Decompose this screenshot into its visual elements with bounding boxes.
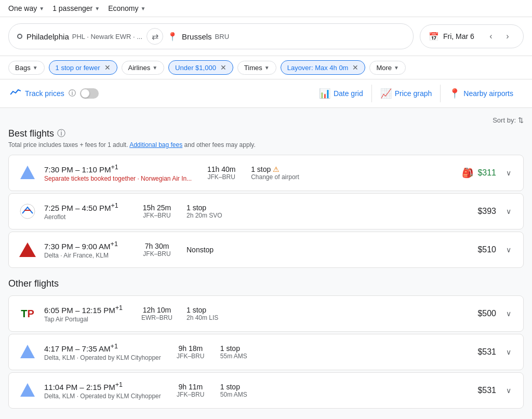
duration-route-5: JFK–BRU (167, 353, 214, 360)
layover-clear-button[interactable]: ✕ (352, 63, 358, 72)
track-prices-section: Track prices ⓘ (10, 88, 99, 99)
best-flights-title: Best flights ⓘ (8, 128, 524, 139)
expand-button-5[interactable]: ∨ (502, 346, 515, 358)
svg-marker-4 (20, 383, 35, 397)
passengers-selector[interactable]: 1 passenger ▼ (52, 4, 100, 12)
flight-times-4: 6:05 PM – 12:15 PM+1 Tap Air Portugal (44, 304, 127, 323)
other-flight-1[interactable]: T P 6:05 PM – 12:15 PM+1 Tap Air Portuga… (8, 295, 524, 332)
sort-icon[interactable]: ⇅ (518, 116, 524, 124)
track-chart-icon (10, 88, 21, 99)
flight-duration-2: 15h 25m JFK–BRU (134, 204, 180, 219)
tap-t-letter: T (21, 308, 27, 320)
flight-stops-1: 1 stop ⚠ Change of airport (251, 165, 313, 181)
flight-price-3: $510 (477, 245, 496, 254)
flight-time-display-2: 7:25 PM – 4:50 PM+1 (44, 202, 127, 212)
price-amount-3: $510 (477, 245, 496, 254)
origin-display: Philadelphia PHL · Newark EWR · ... (26, 32, 142, 41)
best-flight-3[interactable]: 7:30 PM – 9:00 AM+1 Delta · Air France, … (8, 232, 524, 268)
date-prev-button[interactable]: ‹ (484, 29, 498, 44)
flight-price-1: 🎒 $311 (462, 167, 496, 179)
expand-button-3[interactable]: ∨ (502, 244, 515, 256)
filters-bar: Bags ▼ 1 stop or fewer ✕ Airlines ▼ Unde… (0, 56, 532, 79)
class-label: Economy (108, 4, 138, 12)
airlines-filter[interactable]: Airlines ▼ (122, 61, 165, 75)
airline-logo-5 (17, 342, 38, 362)
track-prices-toggle[interactable] (80, 88, 99, 99)
destination-pin-icon: 📍 (167, 32, 178, 42)
flight-time-display-3: 7:30 PM – 9:00 AM+1 (44, 240, 127, 251)
track-info-icon[interactable]: ⓘ (69, 89, 76, 98)
flight-duration-6: 9h 11m JFK–BRU (167, 383, 214, 398)
duration-time-2: 15h 25m (134, 204, 180, 212)
airline-name-2: Aeroflot (44, 213, 127, 221)
price-graph-button[interactable]: 📈 Price graph (371, 85, 441, 102)
track-prices-label: Track prices (25, 89, 64, 98)
flight-duration-3: 7h 30m JFK–BRU (134, 242, 180, 258)
price-graph-label: Price graph (395, 89, 432, 98)
more-chevron: ▼ (394, 65, 399, 71)
swap-button[interactable]: ⇄ (147, 28, 163, 45)
destination-display: Brussels BRU (182, 32, 229, 41)
other-flight-2[interactable]: 4:17 PM – 7:35 AM+1 Delta, KLM · Operate… (8, 334, 524, 370)
flight-time-display-1: 7:30 PM – 1:10 PM+1 (44, 164, 192, 174)
tools-bar: Track prices ⓘ 📊 Date grid 📈 Price graph… (0, 79, 532, 108)
price-amount-1: $311 (477, 168, 496, 178)
stops-clear-button[interactable]: ✕ (104, 63, 111, 72)
nearby-airports-button[interactable]: 📍 Nearby airports (440, 85, 522, 102)
duration-route-3: JFK–BRU (134, 250, 180, 258)
stops-detail-2: 2h 20m SVO (187, 212, 249, 219)
stops-detail-1: Change of airport (251, 173, 313, 181)
date-next-button[interactable]: › (500, 29, 515, 44)
search-bar: Philadelphia PHL · Newark EWR · ... ⇄ 📍 … (0, 17, 532, 56)
price-filter[interactable]: Under $1,000 ✕ (168, 60, 233, 75)
bag-fees-link[interactable]: Additional bag fees (129, 141, 182, 148)
flight-times-6: 11:04 PM – 2:15 PM+1 Delta, KLM · Operat… (44, 381, 161, 400)
date-grid-button[interactable]: 📊 Date grid (311, 85, 371, 102)
toggle-knob (81, 89, 89, 98)
class-chevron: ▼ (140, 6, 145, 11)
more-filter[interactable]: More ▼ (369, 61, 406, 75)
route-input[interactable]: Philadelphia PHL · Newark EWR · ... ⇄ 📍 … (8, 23, 414, 49)
flight-times-3: 7:30 PM – 9:00 AM+1 Delta · Air France, … (44, 240, 127, 259)
flight-stops-2: 1 stop 2h 20m SVO (187, 204, 249, 219)
stops-detail-5: 55m AMS (220, 353, 283, 360)
bags-filter[interactable]: Bags ▼ (8, 61, 45, 75)
price-graph-icon: 📈 (380, 88, 392, 99)
duration-route-6: JFK–BRU (167, 391, 214, 398)
depart-time-4: 6:05 PM – 12:15 PM (44, 306, 115, 315)
expand-button-6[interactable]: ∨ (502, 384, 515, 397)
price-clear-button[interactable]: ✕ (220, 63, 227, 72)
best-flights-section: Sort by: ⇅ Best flights ⓘ Total price in… (8, 116, 524, 268)
other-flight-3[interactable]: 11:04 PM – 2:15 PM+1 Delta, KLM · Operat… (8, 372, 524, 409)
best-flights-info-icon[interactable]: ⓘ (57, 128, 65, 139)
tap-p-letter: P (27, 308, 34, 320)
flight-stops-5: 1 stop 55m AMS (220, 344, 283, 360)
expand-button-2[interactable]: ∨ (502, 205, 515, 218)
view-options: 📊 Date grid 📈 Price graph 📍 Nearby airpo… (311, 85, 522, 102)
expand-button-4[interactable]: ∨ (502, 307, 515, 320)
stops-filter[interactable]: 1 stop or fewer ✕ (49, 60, 117, 75)
depart-time-1: 7:30 PM – 1:10 PM (44, 165, 111, 174)
duration-time-4: 12h 10m (134, 306, 180, 314)
times-filter[interactable]: Times ▼ (237, 61, 276, 75)
best-flight-1[interactable]: 7:30 PM – 1:10 PM+1 Separate tickets boo… (8, 155, 524, 191)
price-amount-4: $500 (477, 309, 496, 318)
depart-time-5: 4:17 PM – 7:35 AM (44, 344, 111, 353)
day-offset-2: +1 (111, 202, 118, 209)
flight-duration-1: 11h 40m JFK–BRU (198, 165, 245, 181)
origin-icon (17, 34, 22, 39)
day-offset-6: +1 (115, 381, 123, 388)
expand-button-1[interactable]: ∨ (502, 167, 515, 179)
class-selector[interactable]: Economy ▼ (108, 4, 145, 12)
stops-label: 1 stop or fewer (56, 64, 100, 72)
other-flights-title: Other flights (8, 278, 524, 289)
date-navigation: ‹ › (484, 29, 515, 44)
duration-route-4: EWR–BRU (134, 314, 180, 321)
layover-filter[interactable]: Layover: Max 4h 0m ✕ (281, 60, 366, 75)
destination-city: Brussels (182, 32, 212, 41)
trip-type-selector[interactable]: One way ▼ (8, 4, 44, 12)
best-flight-2[interactable]: 7:25 PM – 4:50 PM+1 Aeroflot 15h 25m JFK… (8, 193, 524, 229)
flight-times-5: 4:17 PM – 7:35 AM+1 Delta, KLM · Operate… (44, 343, 161, 361)
date-selector[interactable]: 📅 Fri, Mar 6 ‹ › (420, 24, 524, 48)
flight-times-2: 7:25 PM – 4:50 PM+1 Aeroflot (44, 202, 127, 221)
